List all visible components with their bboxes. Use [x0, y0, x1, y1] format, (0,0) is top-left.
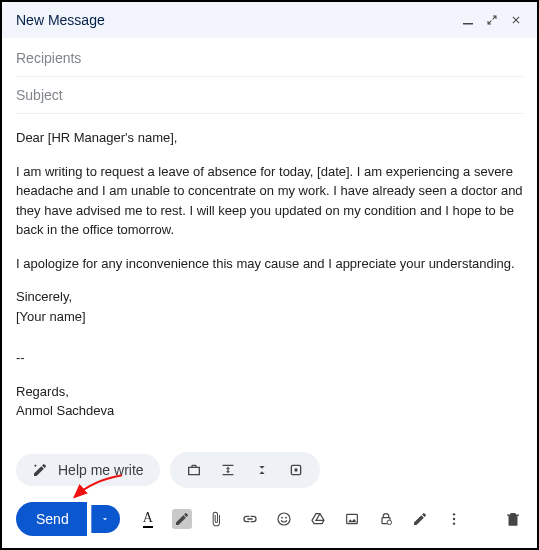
attach-icon[interactable] — [206, 509, 226, 529]
briefcase-icon[interactable] — [184, 460, 204, 480]
close-icon[interactable] — [509, 13, 523, 27]
svg-rect-0 — [463, 23, 473, 25]
signature-name: Anmol Sachdeva — [16, 401, 523, 421]
send-button[interactable]: Send — [16, 502, 87, 536]
styler-icon[interactable] — [172, 509, 192, 529]
text-format-icon[interactable]: A — [138, 509, 158, 529]
compose-fields: Recipients Subject — [2, 38, 537, 114]
caret-down-icon — [100, 514, 110, 524]
help-me-write-chip[interactable]: Help me write — [16, 454, 160, 486]
body-greeting: Dear [HR Manager's name], — [16, 128, 523, 148]
collapse-vertical-icon[interactable] — [252, 460, 272, 480]
emoji-icon[interactable] — [274, 509, 294, 529]
image-icon[interactable] — [342, 509, 362, 529]
signature-regards: Regards, — [16, 382, 523, 402]
window-title: New Message — [16, 12, 105, 28]
discard-icon[interactable] — [503, 509, 523, 529]
svg-point-5 — [285, 517, 287, 519]
help-action-chip — [170, 452, 320, 488]
help-me-write-label: Help me write — [58, 462, 144, 478]
svg-point-2 — [294, 468, 297, 471]
more-icon[interactable] — [444, 509, 464, 529]
recipients-field[interactable]: Recipients — [16, 40, 523, 77]
signature-separator: -- — [16, 348, 523, 368]
body-closing: Sincerely, — [16, 287, 523, 307]
svg-point-3 — [278, 513, 290, 525]
variant-icon[interactable] — [286, 460, 306, 480]
expand-vertical-icon[interactable] — [218, 460, 238, 480]
formatting-icons: A — [138, 509, 464, 529]
compose-header: New Message — [2, 2, 537, 38]
minimize-icon[interactable] — [461, 13, 475, 27]
svg-point-10 — [453, 513, 455, 515]
svg-point-11 — [453, 518, 455, 520]
svg-point-12 — [453, 522, 455, 524]
body-sender: [Your name] — [16, 307, 523, 327]
window-actions — [461, 13, 523, 27]
expand-icon[interactable] — [485, 13, 499, 27]
drive-icon[interactable] — [308, 509, 328, 529]
send-more-button[interactable] — [91, 505, 120, 533]
body-paragraph-1: I am writing to request a leave of absen… — [16, 162, 523, 240]
body-paragraph-2: I apologize for any inconvenience this m… — [16, 254, 523, 274]
compose-toolbar: Send A — [2, 494, 537, 548]
signature-icon[interactable] — [410, 509, 430, 529]
help-row: Help me write — [2, 446, 537, 494]
link-icon[interactable] — [240, 509, 260, 529]
pencil-sparkle-icon — [32, 462, 48, 478]
subject-field[interactable]: Subject — [16, 77, 523, 114]
svg-point-4 — [281, 517, 283, 519]
compose-body[interactable]: Dear [HR Manager's name], I am writing t… — [2, 114, 537, 446]
confidential-icon[interactable] — [376, 509, 396, 529]
